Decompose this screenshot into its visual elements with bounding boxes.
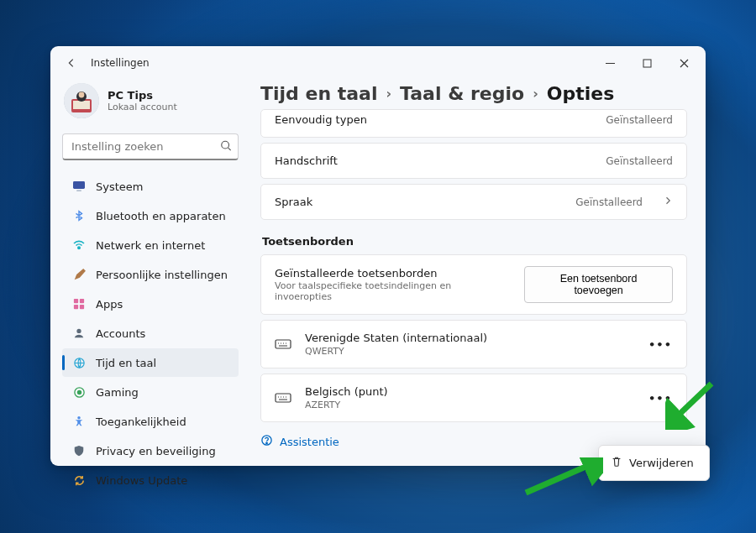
sidebar-nav: Systeem Bluetooth en apparaten Netwerk e… bbox=[62, 172, 239, 494]
svg-line-25 bbox=[526, 464, 591, 493]
accessibility-icon bbox=[72, 415, 86, 428]
settings-window: Instellingen bbox=[50, 46, 706, 466]
svg-rect-11 bbox=[74, 299, 78, 303]
close-button[interactable] bbox=[665, 50, 702, 76]
sidebar-item-accounts[interactable]: Accounts bbox=[62, 319, 239, 347]
installed-keyboards-card: Geïnstalleerde toetsenborden Voor taalsp… bbox=[260, 254, 687, 315]
sidebar-item-label: Systeem bbox=[96, 180, 143, 193]
window-title: Instellingen bbox=[91, 57, 150, 69]
svg-rect-0 bbox=[606, 63, 615, 64]
sidebar-item-apps[interactable]: Apps bbox=[62, 290, 239, 318]
svg-point-6 bbox=[79, 92, 85, 98]
svg-point-10 bbox=[78, 247, 80, 248]
feature-card-easy-typing[interactable]: Eenvoudig typen Geïnstalleerd bbox=[260, 109, 687, 138]
keyboard-row-us-intl[interactable]: Verenigde Staten (internationaal) QWERTY… bbox=[260, 320, 687, 368]
trash-icon bbox=[611, 456, 622, 470]
svg-point-7 bbox=[222, 141, 229, 149]
keyboard-layout: AZERTY bbox=[305, 400, 388, 410]
chevron-right-icon: › bbox=[533, 86, 538, 102]
feature-status: Geïnstalleerd bbox=[606, 155, 673, 167]
feature-status: Geïnstalleerd bbox=[606, 114, 673, 126]
account-name: PC Tips bbox=[108, 89, 177, 102]
search-input[interactable] bbox=[62, 133, 239, 160]
breadcrumb: Tijd en taal › Taal & regio › Opties bbox=[260, 83, 690, 104]
context-menu-delete[interactable]: Verwijderen bbox=[604, 451, 704, 475]
keyboard-row-belgian-period[interactable]: Belgisch (punt) AZERTY ••• bbox=[260, 374, 687, 422]
person-icon bbox=[72, 327, 86, 340]
wifi-icon bbox=[72, 238, 86, 252]
sidebar-item-label: Gaming bbox=[96, 386, 139, 399]
sidebar-item-windows-update[interactable]: Windows Update bbox=[62, 466, 239, 494]
breadcrumb-current: Opties bbox=[547, 83, 615, 104]
svg-rect-13 bbox=[74, 305, 78, 309]
system-icon bbox=[72, 180, 86, 193]
sidebar-item-privacy[interactable]: Privacy en beveiliging bbox=[62, 436, 239, 465]
svg-point-23 bbox=[266, 442, 268, 444]
sidebar-item-time-language[interactable]: Tijd en taal bbox=[62, 348, 239, 377]
maximize-button[interactable] bbox=[628, 50, 665, 76]
arrow-left-icon bbox=[66, 57, 77, 69]
sidebar-item-personalization[interactable]: Persoonlijke instellingen bbox=[62, 260, 239, 289]
installed-keyboards-sub: Voor taalspecifieke toetsindelingen en i… bbox=[275, 280, 501, 302]
sidebar: PC Tips Lokaal account Systeem bbox=[50, 80, 245, 466]
feature-label: Spraak bbox=[275, 196, 312, 208]
sidebar-item-label: Tijd en taal bbox=[96, 357, 156, 369]
breadcrumb-part-1[interactable]: Tijd en taal bbox=[260, 83, 378, 104]
apps-icon bbox=[72, 297, 86, 311]
sidebar-item-accessibility[interactable]: Toegankelijkheid bbox=[62, 407, 239, 436]
add-keyboard-button[interactable]: Een toetsenbord toevoegen bbox=[524, 266, 673, 303]
context-menu-delete-label: Verwijderen bbox=[629, 457, 694, 469]
update-icon bbox=[72, 473, 86, 487]
breadcrumb-part-2[interactable]: Taal & regio bbox=[400, 83, 524, 104]
sidebar-item-system[interactable]: Systeem bbox=[62, 172, 239, 201]
back-button[interactable] bbox=[62, 54, 81, 72]
sidebar-item-label: Accounts bbox=[96, 327, 145, 340]
more-options-button[interactable]: ••• bbox=[648, 332, 673, 356]
sidebar-item-label: Netwerk en internet bbox=[96, 239, 205, 252]
close-icon bbox=[680, 59, 689, 68]
shield-icon bbox=[72, 444, 86, 457]
sidebar-item-label: Windows Update bbox=[96, 474, 187, 487]
bluetooth-icon bbox=[72, 209, 86, 222]
keyboard-layout: QWERTY bbox=[305, 346, 487, 357]
sidebar-item-gaming[interactable]: Gaming bbox=[62, 378, 239, 406]
titlebar: Instellingen bbox=[50, 46, 706, 80]
svg-rect-21 bbox=[276, 394, 291, 402]
account-sub: Lokaal account bbox=[108, 102, 177, 112]
more-options-button[interactable]: ••• bbox=[648, 386, 673, 410]
globe-clock-icon bbox=[72, 356, 86, 369]
main-panel: Tijd en taal › Taal & regio › Opties Een… bbox=[245, 80, 706, 466]
sidebar-item-bluetooth[interactable]: Bluetooth en apparaten bbox=[62, 201, 239, 230]
feature-label: Eenvoudig typen bbox=[275, 113, 367, 126]
feature-card-handwriting[interactable]: Handschrift Geïnstalleerd bbox=[260, 143, 687, 179]
svg-point-18 bbox=[77, 390, 81, 394]
context-menu: Verwijderen bbox=[598, 445, 710, 481]
keyboard-icon bbox=[275, 337, 291, 353]
keyboard-name: Belgisch (punt) bbox=[305, 385, 388, 398]
desktop-background: Instellingen bbox=[0, 0, 756, 533]
svg-rect-1 bbox=[643, 60, 651, 67]
avatar bbox=[64, 83, 99, 118]
search-box bbox=[62, 133, 239, 160]
sidebar-item-label: Privacy en beveiliging bbox=[96, 445, 216, 457]
keyboards-heading: Toetsenborden bbox=[262, 235, 685, 248]
maximize-icon bbox=[643, 59, 652, 68]
sidebar-item-network[interactable]: Netwerk en internet bbox=[62, 231, 239, 259]
chevron-right-icon: › bbox=[386, 86, 392, 102]
feature-card-speech[interactable]: Spraak Geïnstalleerd bbox=[260, 184, 687, 220]
sidebar-item-label: Bluetooth en apparaten bbox=[96, 210, 226, 222]
sidebar-item-label: Toegankelijkheid bbox=[96, 415, 186, 428]
minimize-icon bbox=[606, 59, 615, 68]
svg-rect-20 bbox=[276, 340, 291, 348]
content-scroll[interactable]: Eenvoudig typen Geïnstalleerd Handschrif… bbox=[260, 109, 690, 457]
search-icon bbox=[220, 140, 232, 154]
account-block[interactable]: PC Tips Lokaal account bbox=[62, 80, 239, 127]
assist-label: Assistentie bbox=[280, 436, 339, 448]
svg-rect-12 bbox=[80, 299, 84, 303]
brush-icon bbox=[72, 268, 86, 281]
chevron-right-icon bbox=[663, 196, 673, 208]
minimize-button[interactable] bbox=[591, 50, 628, 76]
feature-label: Handschrift bbox=[275, 154, 338, 167]
sidebar-item-label: Persoonlijke instellingen bbox=[96, 269, 228, 281]
svg-rect-9 bbox=[76, 190, 81, 191]
